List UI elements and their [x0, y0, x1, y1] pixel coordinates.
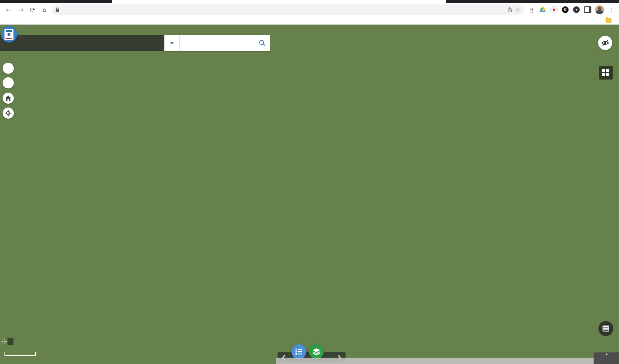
toggle-visibility-button[interactable]	[598, 36, 612, 50]
reload-button[interactable]: ⟳	[28, 5, 37, 15]
search-button[interactable]	[255, 35, 270, 51]
screenshot-extension-icon[interactable]	[550, 6, 558, 13]
extension-grid-icon[interactable]: ⣿	[528, 6, 535, 13]
legend-icon	[295, 348, 303, 355]
bookmark-star-icon[interactable]: ☆	[516, 6, 520, 13]
browser-chrome: ← → ⟳ ⌂ ☆ ⣿ K ● ⋮	[0, 0, 619, 25]
map-canvas[interactable]	[0, 25, 619, 364]
zoom-in-button[interactable]	[3, 63, 14, 74]
bookmarks-bar	[0, 16, 619, 25]
powered-by-label	[594, 352, 619, 355]
coordinates-readout	[7, 338, 13, 345]
side-panel-icon[interactable]	[584, 6, 591, 13]
home-extent-button[interactable]	[3, 93, 14, 104]
search-input[interactable]	[180, 40, 255, 46]
layers-button[interactable]	[309, 344, 324, 359]
eye-slash-icon	[601, 39, 609, 47]
search-box	[164, 35, 270, 51]
other-bookmarks-button[interactable]	[603, 18, 616, 23]
crosshair-icon	[1, 339, 7, 345]
puzzle-extension-icon[interactable]: ●	[573, 6, 580, 13]
bookmarks-overflow-chevron[interactable]	[592, 20, 597, 21]
my-location-button[interactable]	[3, 108, 14, 119]
grid-icon	[602, 69, 609, 76]
profile-avatar[interactable]	[595, 5, 604, 14]
map-viewport[interactable]: ❮ ❯	[0, 25, 619, 364]
folder-icon	[606, 18, 612, 23]
home-button[interactable]: ⌂	[40, 5, 49, 15]
share-icon[interactable]	[507, 7, 513, 13]
zoom-out-button[interactable]	[3, 77, 14, 88]
scale-bar	[4, 352, 36, 356]
lock-icon	[55, 7, 59, 12]
chevron-down-icon	[170, 42, 174, 44]
bookmarks-divider	[600, 18, 600, 24]
basemap-gallery-button[interactable]	[599, 66, 613, 80]
home-icon	[5, 96, 11, 101]
esri-logo	[594, 352, 619, 364]
extensions-row: ⣿ K ● ⋮	[526, 5, 615, 14]
app-logo	[1, 26, 17, 43]
legend-button[interactable]	[291, 344, 306, 359]
search-source-dropdown[interactable]	[164, 35, 180, 51]
google-drive-icon[interactable]	[539, 6, 547, 13]
browser-toolbar: ← → ⟳ ⌂ ☆ ⣿ K ● ⋮	[0, 3, 619, 16]
address-bar[interactable]: ☆	[52, 4, 524, 15]
layers-icon	[312, 348, 321, 355]
back-button[interactable]: ←	[4, 5, 13, 15]
kw-extension-icon[interactable]: K	[561, 6, 569, 13]
browser-menu-kebab[interactable]: ⋮	[608, 6, 615, 13]
map-attribution	[276, 358, 619, 364]
locate-icon	[5, 110, 12, 116]
tab-strip[interactable]	[0, 0, 619, 3]
search-icon	[259, 40, 266, 46]
forward-button[interactable]: →	[16, 5, 25, 15]
table-icon	[602, 325, 610, 332]
attribute-table-button[interactable]	[598, 321, 613, 336]
app-header	[0, 35, 164, 51]
